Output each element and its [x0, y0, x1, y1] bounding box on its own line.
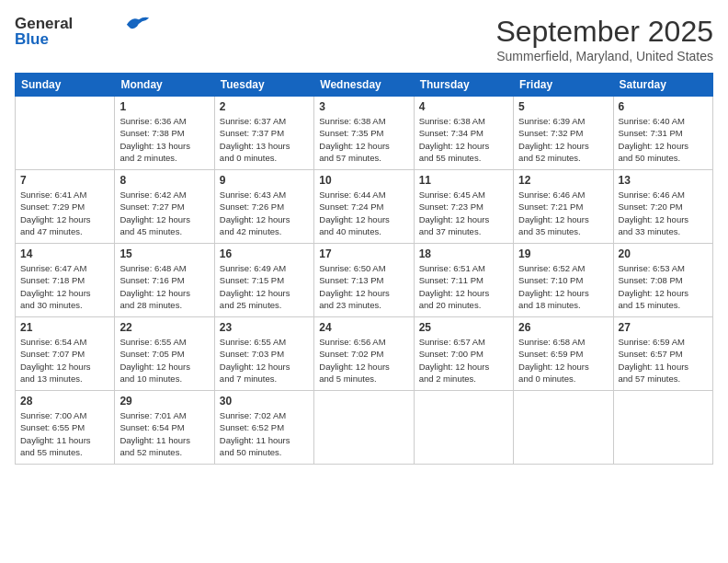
calendar-cell: 19Sunrise: 6:52 AM Sunset: 7:10 PM Dayli…	[514, 244, 613, 317]
day-info: Sunrise: 6:53 AM Sunset: 7:08 PM Dayligh…	[619, 262, 708, 311]
day-number: 25	[419, 321, 508, 334]
calendar-cell: 6Sunrise: 6:40 AM Sunset: 7:31 PM Daylig…	[613, 97, 712, 170]
day-info: Sunrise: 6:46 AM Sunset: 7:20 PM Dayligh…	[619, 189, 708, 237]
day-number: 27	[619, 321, 708, 334]
calendar-cell: 28Sunrise: 7:00 AM Sunset: 6:55 PM Dayli…	[16, 391, 115, 465]
week-row: 28Sunrise: 7:00 AM Sunset: 6:55 PM Dayli…	[16, 391, 713, 465]
day-number: 14	[20, 247, 109, 260]
week-row: 14Sunrise: 6:47 AM Sunset: 7:18 PM Dayli…	[16, 244, 713, 317]
day-info: Sunrise: 7:00 AM Sunset: 6:55 PM Dayligh…	[20, 409, 109, 458]
day-info: Sunrise: 6:59 AM Sunset: 6:57 PM Dayligh…	[619, 336, 708, 385]
day-info: Sunrise: 6:50 AM Sunset: 7:13 PM Dayligh…	[319, 262, 408, 311]
calendar-cell: 5Sunrise: 6:39 AM Sunset: 7:32 PM Daylig…	[514, 97, 613, 170]
day-info: Sunrise: 6:56 AM Sunset: 7:02 PM Dayligh…	[319, 336, 408, 385]
day-info: Sunrise: 6:55 AM Sunset: 7:05 PM Dayligh…	[119, 336, 209, 385]
day-number: 8	[119, 174, 209, 187]
week-row: 1Sunrise: 6:36 AM Sunset: 7:38 PM Daylig…	[16, 97, 713, 170]
day-number: 29	[119, 395, 209, 408]
day-number: 9	[220, 174, 309, 187]
day-number: 30	[220, 395, 309, 408]
calendar-cell: 24Sunrise: 6:56 AM Sunset: 7:02 PM Dayli…	[314, 317, 414, 391]
calendar-cell	[613, 391, 712, 465]
calendar-cell: 4Sunrise: 6:38 AM Sunset: 7:34 PM Daylig…	[414, 97, 513, 170]
month-title: September 2025	[495, 15, 713, 49]
day-number: 7	[20, 174, 109, 187]
logo-line2: Blue	[15, 31, 151, 49]
day-number: 11	[419, 174, 508, 187]
day-info: Sunrise: 6:49 AM Sunset: 7:15 PM Dayligh…	[220, 262, 309, 311]
day-info: Sunrise: 6:44 AM Sunset: 7:24 PM Dayligh…	[319, 189, 408, 237]
calendar-cell	[16, 97, 115, 170]
day-info: Sunrise: 6:52 AM Sunset: 7:10 PM Dayligh…	[518, 262, 608, 311]
calendar-cell: 18Sunrise: 6:51 AM Sunset: 7:11 PM Dayli…	[414, 244, 513, 317]
day-number: 22	[119, 321, 209, 334]
day-number: 13	[619, 174, 708, 187]
day-of-week-header: Tuesday	[214, 74, 313, 97]
day-number: 26	[518, 321, 608, 334]
day-number: 24	[319, 321, 408, 334]
day-info: Sunrise: 6:45 AM Sunset: 7:23 PM Dayligh…	[419, 189, 508, 237]
day-info: Sunrise: 6:42 AM Sunset: 7:27 PM Dayligh…	[119, 189, 209, 237]
calendar-cell: 17Sunrise: 6:50 AM Sunset: 7:13 PM Dayli…	[314, 244, 414, 317]
day-info: Sunrise: 6:57 AM Sunset: 7:00 PM Dayligh…	[419, 336, 508, 385]
calendar-cell: 15Sunrise: 6:48 AM Sunset: 7:16 PM Dayli…	[115, 244, 214, 317]
calendar-cell: 2Sunrise: 6:37 AM Sunset: 7:37 PM Daylig…	[214, 97, 313, 170]
calendar-cell: 20Sunrise: 6:53 AM Sunset: 7:08 PM Dayli…	[613, 244, 712, 317]
week-row: 21Sunrise: 6:54 AM Sunset: 7:07 PM Dayli…	[16, 317, 713, 391]
day-number: 28	[20, 395, 109, 408]
day-number: 5	[518, 100, 608, 113]
calendar-cell: 26Sunrise: 6:58 AM Sunset: 6:59 PM Dayli…	[514, 317, 613, 391]
day-info: Sunrise: 6:41 AM Sunset: 7:29 PM Dayligh…	[20, 189, 109, 237]
logo: General Blue	[15, 15, 151, 48]
day-info: Sunrise: 6:48 AM Sunset: 7:16 PM Dayligh…	[119, 262, 209, 311]
calendar-cell: 16Sunrise: 6:49 AM Sunset: 7:15 PM Dayli…	[214, 244, 313, 317]
day-number: 6	[619, 100, 708, 113]
calendar-cell: 13Sunrise: 6:46 AM Sunset: 7:20 PM Dayli…	[613, 170, 712, 244]
calendar-cell: 29Sunrise: 7:01 AM Sunset: 6:54 PM Dayli…	[115, 391, 214, 465]
calendar-cell: 22Sunrise: 6:55 AM Sunset: 7:05 PM Dayli…	[115, 317, 214, 391]
page-header: General Blue September 2025 Summerfield,…	[15, 15, 713, 63]
logo-bird-icon	[125, 14, 151, 32]
day-info: Sunrise: 6:51 AM Sunset: 7:11 PM Dayligh…	[419, 262, 508, 311]
day-info: Sunrise: 6:55 AM Sunset: 7:03 PM Dayligh…	[220, 336, 309, 385]
title-area: September 2025 Summerfield, Maryland, Un…	[495, 15, 713, 63]
day-info: Sunrise: 6:54 AM Sunset: 7:07 PM Dayligh…	[20, 336, 109, 385]
day-number: 2	[220, 100, 309, 113]
calendar-cell	[414, 391, 513, 465]
day-of-week-header: Thursday	[414, 74, 513, 97]
calendar-cell: 14Sunrise: 6:47 AM Sunset: 7:18 PM Dayli…	[16, 244, 115, 317]
calendar-cell: 1Sunrise: 6:36 AM Sunset: 7:38 PM Daylig…	[115, 97, 214, 170]
day-info: Sunrise: 6:38 AM Sunset: 7:34 PM Dayligh…	[419, 115, 508, 164]
day-number: 19	[518, 247, 608, 260]
day-info: Sunrise: 7:02 AM Sunset: 6:52 PM Dayligh…	[220, 409, 309, 458]
calendar-cell: 12Sunrise: 6:46 AM Sunset: 7:21 PM Dayli…	[514, 170, 613, 244]
day-of-week-header: Monday	[115, 74, 214, 97]
calendar-cell: 27Sunrise: 6:59 AM Sunset: 6:57 PM Dayli…	[613, 317, 712, 391]
day-number: 18	[419, 247, 508, 260]
day-info: Sunrise: 7:01 AM Sunset: 6:54 PM Dayligh…	[119, 409, 209, 458]
day-number: 4	[419, 100, 508, 113]
day-info: Sunrise: 6:43 AM Sunset: 7:26 PM Dayligh…	[220, 189, 309, 237]
day-number: 16	[220, 247, 309, 260]
day-of-week-header: Friday	[514, 74, 613, 97]
day-info: Sunrise: 6:38 AM Sunset: 7:35 PM Dayligh…	[319, 115, 408, 164]
calendar-cell: 30Sunrise: 7:02 AM Sunset: 6:52 PM Dayli…	[214, 391, 313, 465]
day-info: Sunrise: 6:47 AM Sunset: 7:18 PM Dayligh…	[20, 262, 109, 311]
calendar-cell: 21Sunrise: 6:54 AM Sunset: 7:07 PM Dayli…	[16, 317, 115, 391]
day-info: Sunrise: 6:36 AM Sunset: 7:38 PM Dayligh…	[119, 115, 209, 164]
day-info: Sunrise: 6:39 AM Sunset: 7:32 PM Dayligh…	[518, 115, 608, 164]
day-number: 1	[119, 100, 209, 113]
day-of-week-header: Wednesday	[314, 74, 414, 97]
calendar-cell: 23Sunrise: 6:55 AM Sunset: 7:03 PM Dayli…	[214, 317, 313, 391]
day-info: Sunrise: 6:46 AM Sunset: 7:21 PM Dayligh…	[518, 189, 608, 237]
day-number: 10	[319, 174, 408, 187]
calendar-cell	[514, 391, 613, 465]
day-info: Sunrise: 6:58 AM Sunset: 6:59 PM Dayligh…	[518, 336, 608, 385]
day-number: 20	[619, 247, 708, 260]
day-number: 3	[319, 100, 408, 113]
calendar-cell	[314, 391, 414, 465]
calendar-cell: 3Sunrise: 6:38 AM Sunset: 7:35 PM Daylig…	[314, 97, 414, 170]
calendar-header-row: SundayMondayTuesdayWednesdayThursdayFrid…	[16, 74, 713, 97]
calendar-cell: 11Sunrise: 6:45 AM Sunset: 7:23 PM Dayli…	[414, 170, 513, 244]
calendar-cell: 9Sunrise: 6:43 AM Sunset: 7:26 PM Daylig…	[214, 170, 313, 244]
